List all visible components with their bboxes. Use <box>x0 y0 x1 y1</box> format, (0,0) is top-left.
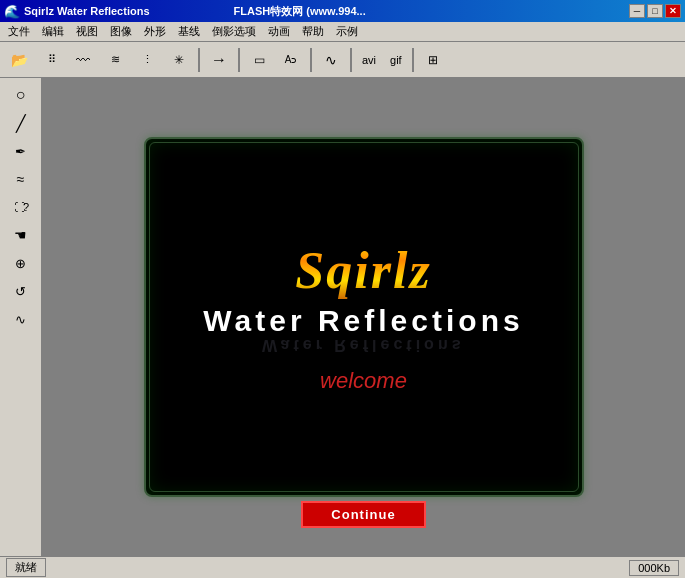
rect-button[interactable]: ▭ <box>244 46 274 74</box>
status-text: 就绪 <box>6 558 46 577</box>
menu-examples[interactable]: 示例 <box>330 22 364 41</box>
menu-animation[interactable]: 动画 <box>262 22 296 41</box>
gif-button[interactable]: gif <box>384 46 408 74</box>
toolbar-separator-4 <box>350 48 352 72</box>
wave2-tool-button[interactable]: ∿ <box>5 306 37 332</box>
dots-button[interactable]: ⠿ <box>36 46 66 74</box>
splash-app-title: Sqirlz <box>295 241 431 300</box>
arrow-button[interactable]: → <box>204 46 234 74</box>
rotate-tool-button[interactable]: ↺ <box>5 278 37 304</box>
maximize-button[interactable]: □ <box>647 4 663 18</box>
toolbox: ○ ╱ ✒ ≈ ⛶? ☚ ⊕ ↺ ∿ <box>0 78 42 556</box>
splash-canvas: Sqirlz Water Reflections Water Reflectio… <box>144 137 584 497</box>
menu-help[interactable]: 帮助 <box>296 22 330 41</box>
app-icon: 🌊 <box>4 4 20 19</box>
close-button[interactable]: ✕ <box>665 4 681 18</box>
wave2-button[interactable]: ∿ <box>316 46 346 74</box>
main-area: ○ ╱ ✒ ≈ ⛶? ☚ ⊕ ↺ ∿ Sqirlz Water Reflecti… <box>0 78 685 556</box>
ellipse-tool-button[interactable]: ○ <box>5 82 37 108</box>
toolbar-separator-5 <box>412 48 414 72</box>
status-size: 000Kb <box>629 560 679 576</box>
title-bar-left: 🌊 Sqirlz Water Reflections FLASH特效网 (www… <box>4 4 366 19</box>
splash-subtitle: Water Reflections <box>203 304 523 338</box>
continue-area: Continue <box>42 501 685 528</box>
toolbar: 📂 ⠿ 〰 ≋ ⋮ ✳ → ▭ Aↄ ∿ avi gif ⊞ <box>0 42 685 78</box>
toolbar-separator-3 <box>310 48 312 72</box>
hand-tool-button[interactable]: ☚ <box>5 222 37 248</box>
toolbar-separator-1 <box>198 48 200 72</box>
status-bar: 就绪 000Kb <box>0 556 685 578</box>
status-right: 000Kb <box>629 560 679 576</box>
toolbar-separator-2 <box>238 48 240 72</box>
menu-shape[interactable]: 外形 <box>138 22 172 41</box>
menu-reflection-options[interactable]: 倒影选项 <box>206 22 262 41</box>
ripple-button[interactable]: ≋ <box>100 46 130 74</box>
splash-subtitle-reflection: Water Reflections <box>262 336 465 354</box>
zoom-tool-button[interactable]: ⊕ <box>5 250 37 276</box>
wave-tool-button[interactable]: ≈ <box>5 166 37 192</box>
rain-button[interactable]: ⋮ <box>132 46 162 74</box>
splash-welcome: welcome <box>320 368 407 394</box>
text-size-button[interactable]: Aↄ <box>276 46 306 74</box>
title-bar-controls: ─ □ ✕ <box>629 4 681 18</box>
menu-file[interactable]: 文件 <box>2 22 36 41</box>
sparkle-button[interactable]: ✳ <box>164 46 194 74</box>
open-folder-button[interactable]: 📂 <box>4 46 34 74</box>
minimize-button[interactable]: ─ <box>629 4 645 18</box>
continue-button[interactable]: Continue <box>301 501 425 528</box>
select-tool-button[interactable]: ⛶? <box>5 194 37 220</box>
waves-button[interactable]: 〰 <box>68 46 98 74</box>
menu-view[interactable]: 视图 <box>70 22 104 41</box>
window-title-right: FLASH特效网 (www.994... <box>234 4 366 19</box>
avi-button[interactable]: avi <box>356 46 382 74</box>
canvas-area: Sqirlz Water Reflections Water Reflectio… <box>42 78 685 556</box>
pen-tool-button[interactable]: ✒ <box>5 138 37 164</box>
grid-button[interactable]: ⊞ <box>418 46 448 74</box>
line-tool-button[interactable]: ╱ <box>5 110 37 136</box>
menu-edit[interactable]: 编辑 <box>36 22 70 41</box>
title-bar: 🌊 Sqirlz Water Reflections FLASH特效网 (www… <box>0 0 685 22</box>
window-title: Sqirlz Water Reflections <box>24 5 150 17</box>
status-left: 就绪 <box>6 558 46 577</box>
menu-bar: 文件 编辑 视图 图像 外形 基线 倒影选项 动画 帮助 示例 <box>0 22 685 42</box>
menu-image[interactable]: 图像 <box>104 22 138 41</box>
menu-baseline[interactable]: 基线 <box>172 22 206 41</box>
